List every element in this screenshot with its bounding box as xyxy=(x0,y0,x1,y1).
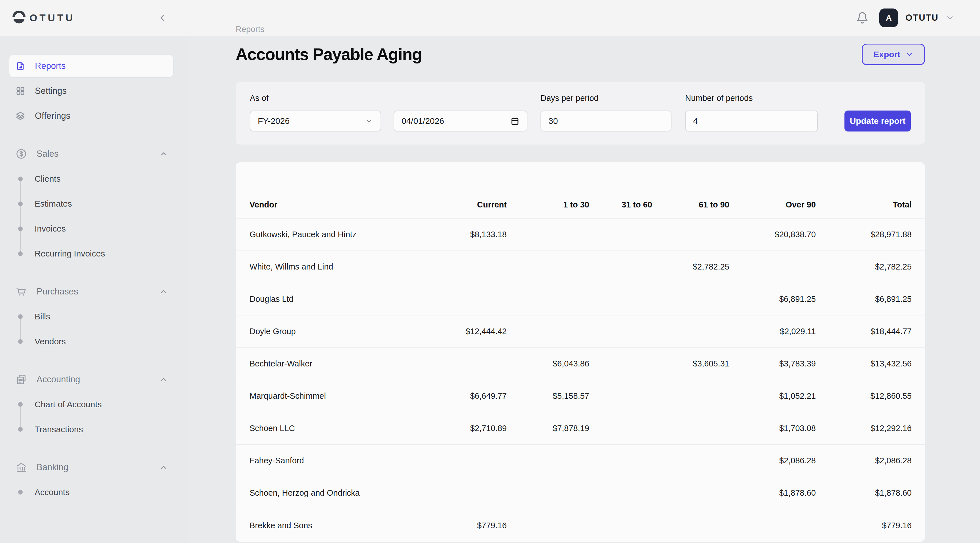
table-row: Gutkowski, Paucek and Hintz $8,133.18 $2… xyxy=(235,219,925,251)
bullet-dot-icon xyxy=(18,427,23,432)
sidebar-item-invoices[interactable]: Invoices xyxy=(0,216,187,241)
table-row: Douglas Ltd $6,891.25 $6,891.25 xyxy=(235,283,925,316)
vendor-cell: Fahey-Sanford xyxy=(250,456,425,465)
vendor-cell: Brekke and Sons xyxy=(250,521,425,530)
notifications-bell-icon[interactable] xyxy=(856,12,869,24)
table-header-row: Vendor Current 1 to 30 31 to 60 61 to 90… xyxy=(235,191,925,219)
report-document-icon xyxy=(16,61,25,71)
vendor-cell: Doyle Group xyxy=(250,327,425,336)
sidebar-item-clients[interactable]: Clients xyxy=(0,166,187,191)
sidebar-item-bills[interactable]: Bills xyxy=(0,304,187,329)
bullet-dot-icon xyxy=(18,339,23,344)
column-header-31-60: 31 to 60 xyxy=(589,200,652,210)
sidebar-item-reports[interactable]: Reports xyxy=(10,55,173,77)
sidebar-item-vendors[interactable]: Vendors xyxy=(0,329,187,354)
as-of-date-input[interactable]: 04/01/2026 xyxy=(394,111,527,132)
sidebar-item-label: Offerings xyxy=(35,111,70,121)
table-toolbar xyxy=(235,162,925,191)
clipboard-icon xyxy=(16,374,27,385)
chevron-down-icon xyxy=(365,117,373,125)
sidebar-section-banking[interactable]: Banking xyxy=(0,455,187,480)
column-header-current: Current xyxy=(425,200,507,210)
calendar-icon xyxy=(511,116,520,125)
sidebar-subgroup-purchases: Bills Vendors xyxy=(0,304,187,354)
as-of-label: As of xyxy=(250,94,394,104)
breadcrumb[interactable]: Reports xyxy=(235,25,264,34)
chevron-up-icon xyxy=(159,287,168,296)
avatar: A xyxy=(879,8,898,27)
top-header: OTUTU Reports A OTUTU xyxy=(0,0,980,36)
table-row: White, Willms and Lind $2,782.25 $2,782.… xyxy=(235,251,925,283)
app-root: OTUTU Reports A OTUTU xyxy=(0,0,980,543)
user-name: OTUTU xyxy=(905,13,939,23)
bullet-dot-icon xyxy=(18,251,23,256)
export-button[interactable]: Export xyxy=(862,44,925,65)
chevron-up-icon xyxy=(159,150,168,158)
bullet-dot-icon xyxy=(18,490,23,495)
user-menu[interactable]: A OTUTU xyxy=(879,8,955,27)
cart-icon xyxy=(16,286,27,297)
column-header-61-90: 61 to 90 xyxy=(652,200,729,210)
column-header-1-30: 1 to 30 xyxy=(507,200,589,210)
table-row: Fahey-Sanford $2,086.28 $2,086.28 xyxy=(235,445,925,477)
sidebar-collapse-button[interactable] xyxy=(155,11,169,25)
table-row: Brekke and Sons $779.16 $779.16 xyxy=(235,509,925,541)
table-row: Marquardt-Schimmel $6,649.77 $5,158.57 $… xyxy=(235,380,925,412)
report-filters-card: As of FY-2026 04/01/2026 xyxy=(235,82,925,144)
bank-icon xyxy=(16,462,27,473)
vendor-cell: Schoen LLC xyxy=(250,424,425,433)
dollar-circle-icon xyxy=(16,148,27,160)
vendor-cell: Marquardt-Schimmel xyxy=(250,391,425,401)
number-of-periods-label: Number of periods xyxy=(685,94,818,104)
sidebar-item-chart-of-accounts[interactable]: Chart of Accounts xyxy=(0,392,187,417)
sidebar-item-offerings[interactable]: Offerings xyxy=(0,103,187,129)
column-header-vendor: Vendor xyxy=(250,200,425,210)
vendor-cell: White, Willms and Lind xyxy=(250,262,425,272)
sidebar-item-accounts[interactable]: Accounts xyxy=(0,480,187,505)
vendor-cell: Bechtelar-Walker xyxy=(250,359,425,368)
sidebar-subgroup-accounting: Chart of Accounts Transactions xyxy=(0,392,187,442)
days-per-period-input[interactable] xyxy=(549,116,663,126)
sidebar-section-sales[interactable]: Sales xyxy=(0,141,187,166)
sidebar-section-label: Purchases xyxy=(37,287,78,297)
update-report-button[interactable]: Update report xyxy=(845,111,911,132)
days-per-period-label: Days per period xyxy=(541,94,685,104)
chevron-down-icon xyxy=(945,13,955,22)
vendor-cell: Schoen, Herzog and Ondricka xyxy=(250,488,425,498)
sidebar-item-label: Settings xyxy=(35,86,67,96)
table-row: Schoen, Herzog and Ondricka $1,878.60 $1… xyxy=(235,477,925,509)
bullet-dot-icon xyxy=(18,314,23,319)
aging-table-card: Vendor Current 1 to 30 31 to 60 61 to 90… xyxy=(235,162,925,542)
layers-icon xyxy=(16,111,25,121)
logo-mark-icon xyxy=(13,11,25,24)
table-row: Doyle Group $12,444.42 $2,029.11 $18,444… xyxy=(235,316,925,348)
fiscal-year-select[interactable]: FY-2026 xyxy=(250,111,381,132)
sidebar-item-settings[interactable]: Settings xyxy=(0,78,187,103)
grid-icon xyxy=(16,86,25,96)
header-right: A OTUTU xyxy=(856,8,955,27)
sidebar-item-recurring-invoices[interactable]: Recurring Invoices xyxy=(0,241,187,266)
vendor-cell: Gutkowski, Paucek and Hintz xyxy=(250,230,425,239)
bullet-dot-icon xyxy=(18,226,23,231)
chevron-up-icon xyxy=(159,375,168,384)
chevron-down-icon xyxy=(905,51,913,59)
sidebar: Reports Settings xyxy=(0,36,187,543)
bullet-dot-icon xyxy=(18,176,23,181)
column-header-total: Total xyxy=(816,200,912,210)
chevron-up-icon xyxy=(159,463,168,472)
page-title: Accounts Payable Aging xyxy=(235,45,422,64)
sidebar-item-label: Reports xyxy=(35,61,66,71)
column-header-over-90: Over 90 xyxy=(729,200,816,210)
sidebar-section-label: Accounting xyxy=(37,375,80,384)
bullet-dot-icon xyxy=(18,202,23,206)
sidebar-item-transactions[interactable]: Transactions xyxy=(0,417,187,442)
sidebar-section-accounting[interactable]: Accounting xyxy=(0,367,187,392)
logo[interactable]: OTUTU xyxy=(13,11,75,24)
sidebar-section-purchases[interactable]: Purchases xyxy=(0,279,187,304)
number-of-periods-input[interactable] xyxy=(693,116,810,126)
table-row: Schoen LLC $2,710.89 $7,878.19 $1,703.08… xyxy=(235,412,925,445)
sidebar-item-estimates[interactable]: Estimates xyxy=(0,191,187,216)
vendor-cell: Douglas Ltd xyxy=(250,294,425,304)
logo-text: OTUTU xyxy=(30,12,75,24)
sidebar-subgroup-sales: Clients Estimates Invoices Recurring Inv… xyxy=(0,166,187,266)
